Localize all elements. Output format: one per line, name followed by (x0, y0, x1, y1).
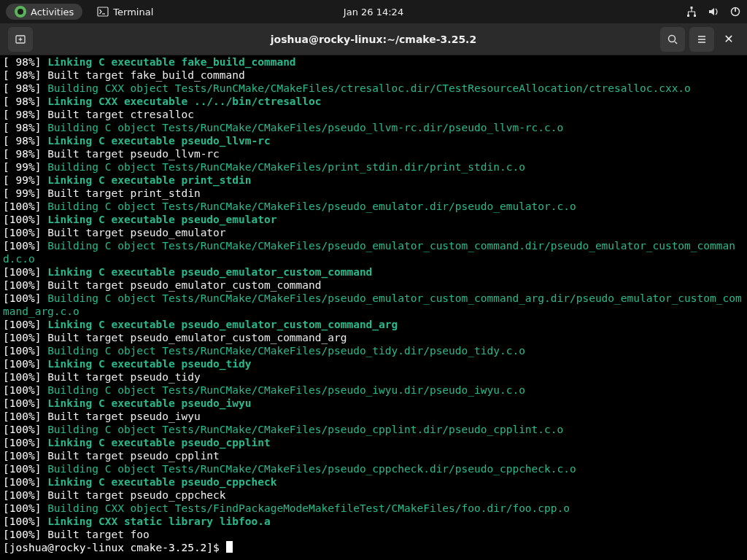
svg-rect-4 (694, 15, 696, 17)
power-icon[interactable] (729, 6, 741, 18)
search-icon (667, 34, 678, 45)
terminal-icon (97, 6, 109, 18)
activities-label: Activities (31, 7, 74, 18)
terminal-output[interactable]: [ 98%] Linking C executable fake_build_c… (0, 55, 747, 554)
new-tab-button[interactable] (8, 27, 33, 52)
svg-rect-3 (687, 15, 689, 17)
new-tab-icon (15, 34, 26, 45)
menu-button[interactable] (689, 27, 714, 52)
network-icon[interactable] (686, 6, 697, 18)
activities-button[interactable]: Activities (6, 4, 82, 20)
svg-line-11 (675, 42, 677, 44)
gnome-topbar: Activities Terminal Jan 26 14:24 (0, 0, 747, 23)
activities-icon (15, 6, 26, 18)
app-label: Terminal (113, 7, 153, 18)
window-title: joshua@rocky-linux:~/cmake-3.25.2 (271, 34, 476, 45)
svg-point-10 (669, 35, 676, 42)
window-titlebar: joshua@rocky-linux:~/cmake-3.25.2 ✕ (0, 23, 747, 55)
search-button[interactable] (660, 27, 685, 52)
volume-icon[interactable] (708, 6, 719, 18)
svg-rect-2 (691, 7, 693, 9)
clock[interactable]: Jan 26 14:24 (344, 7, 403, 18)
app-indicator[interactable]: Terminal (97, 6, 153, 18)
system-tray (686, 6, 741, 18)
close-button[interactable]: ✕ (716, 27, 741, 52)
close-icon: ✕ (724, 32, 733, 46)
svg-rect-0 (98, 7, 108, 16)
hamburger-icon (696, 34, 708, 45)
